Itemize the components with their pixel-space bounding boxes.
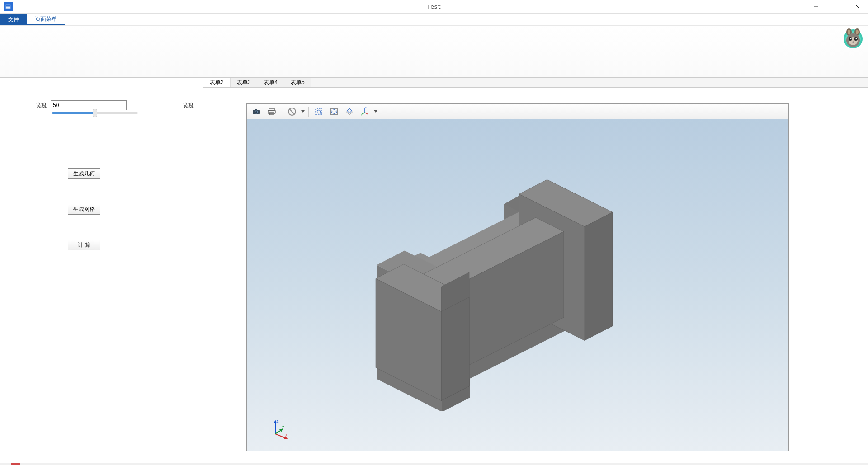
minimize-button[interactable] (806, 0, 826, 14)
viewport-frame: z x y (246, 103, 789, 451)
avatar[interactable] (843, 28, 863, 49)
menu-page[interactable]: 页面菜单 (27, 14, 65, 25)
svg-line-70 (275, 434, 286, 438)
svg-rect-30 (331, 108, 337, 115)
window-title: Test (427, 3, 441, 10)
slider-thumb[interactable] (93, 109, 97, 117)
status-indicator (11, 463, 20, 465)
app-icon (4, 2, 13, 11)
status-bar (0, 463, 868, 465)
svg-text:y: y (282, 424, 284, 429)
menu-file[interactable]: 文件 (0, 14, 27, 25)
width-label-right: 宽度 (183, 100, 194, 250)
dropdown-arrow-icon[interactable] (373, 110, 378, 113)
width-input[interactable] (51, 100, 127, 110)
svg-line-33 (362, 113, 365, 114)
tab-form3[interactable]: 表单3 (231, 78, 258, 87)
svg-point-16 (856, 38, 857, 39)
titlebar: Test (0, 0, 868, 14)
stop-icon[interactable] (285, 105, 299, 118)
window-controls (806, 0, 868, 14)
rotate-view-icon[interactable] (343, 105, 356, 118)
svg-marker-60 (585, 212, 613, 341)
svg-text:z: z (277, 419, 279, 423)
svg-rect-2 (835, 5, 839, 9)
svg-point-28 (317, 110, 321, 113)
viewport-area: 表单2 表单3 表单4 表单5 (203, 78, 868, 465)
model-3d (359, 158, 676, 413)
maximize-button[interactable] (826, 0, 847, 14)
axis-indicator: z x y (267, 418, 290, 442)
dropdown-arrow-icon[interactable] (301, 110, 305, 113)
tab-strip: 表单2 表单3 表单4 表单5 (203, 78, 868, 88)
close-button[interactable] (847, 0, 868, 14)
svg-rect-19 (255, 109, 257, 110)
main-content: 宽度 生成几何 生成网格 计 算 宽度 表单2 (0, 78, 868, 465)
generate-geometry-button[interactable]: 生成几何 (68, 168, 100, 179)
svg-text:x: x (285, 432, 288, 437)
width-label: 宽度 (36, 102, 47, 109)
svg-point-10 (856, 30, 859, 34)
ribbon-area (0, 26, 868, 78)
svg-point-21 (255, 111, 257, 113)
zoom-fit-icon[interactable] (327, 105, 341, 118)
svg-point-9 (848, 30, 850, 34)
viewport-container: z x y (203, 88, 868, 465)
viewport-toolbar: z x y (247, 104, 788, 119)
svg-line-29 (320, 113, 321, 114)
svg-text:z: z (365, 107, 367, 109)
menubar: 文件 页面菜单 (0, 14, 868, 26)
viewport-3d[interactable]: z x y (247, 119, 788, 451)
zoom-region-icon[interactable] (312, 105, 326, 118)
svg-point-15 (850, 38, 852, 39)
print-icon[interactable] (265, 105, 278, 118)
tab-form4[interactable]: 表单4 (257, 78, 284, 87)
left-panel: 宽度 生成几何 生成网格 计 算 宽度 (0, 78, 203, 465)
width-slider[interactable] (52, 112, 138, 114)
tab-form5[interactable]: 表单5 (284, 78, 311, 87)
svg-text:x: x (368, 113, 369, 116)
svg-point-17 (852, 42, 854, 43)
camera-icon[interactable] (250, 105, 263, 118)
axis-toggle-icon[interactable]: z x y (358, 105, 372, 118)
tab-form2[interactable]: 表单2 (203, 78, 231, 87)
svg-line-26 (290, 109, 295, 114)
svg-marker-66 (441, 297, 469, 401)
width-input-row: 宽度 (9, 100, 156, 110)
compute-button[interactable]: 计 算 (68, 240, 100, 250)
generate-mesh-button[interactable]: 生成网格 (68, 204, 100, 215)
